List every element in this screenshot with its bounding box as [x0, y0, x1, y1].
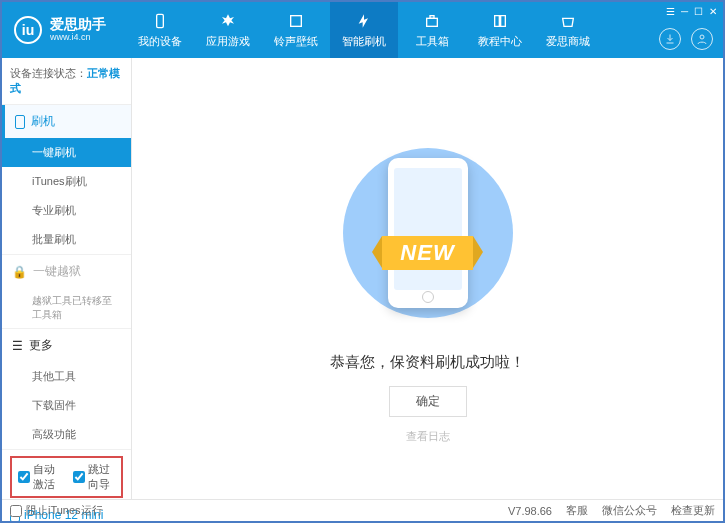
options-highlighted: 自动激活 跳过向导: [10, 456, 123, 498]
nav-ringtone[interactable]: 铃声壁纸: [262, 2, 330, 58]
nav-flash[interactable]: 智能刷机: [330, 2, 398, 58]
logo-icon: iu: [14, 16, 42, 44]
sidebar-flash-header[interactable]: 刷机: [2, 105, 131, 138]
sidebar-item-itunes[interactable]: iTunes刷机: [2, 167, 131, 196]
menu-icon: ☰: [12, 339, 23, 353]
svg-rect-3: [430, 15, 434, 18]
connection-status: 设备连接状态：正常模式: [2, 58, 131, 105]
phone-icon: [151, 12, 169, 30]
version-label: V7.98.66: [508, 505, 552, 517]
sidebar-item-oneclick[interactable]: 一键刷机: [2, 138, 131, 167]
store-icon: [559, 12, 577, 30]
confirm-button[interactable]: 确定: [389, 386, 467, 417]
app-title: 爱思助手: [50, 17, 106, 32]
success-illustration: NEW: [328, 133, 528, 333]
skip-guide-checkbox[interactable]: 跳过向导: [73, 462, 116, 492]
nav-apps[interactable]: 应用游戏: [194, 2, 262, 58]
lock-icon: 🔒: [12, 265, 27, 279]
wallpaper-icon: [287, 12, 305, 30]
service-link[interactable]: 客服: [566, 503, 588, 518]
nav-tutorial[interactable]: 教程中心: [466, 2, 534, 58]
auto-activate-checkbox[interactable]: 自动激活: [18, 462, 61, 492]
new-banner: NEW: [382, 236, 472, 270]
user-icon[interactable]: [691, 28, 713, 50]
maximize-icon[interactable]: ☐: [694, 6, 703, 17]
check-update-link[interactable]: 检查更新: [671, 503, 715, 518]
sidebar-item-other[interactable]: 其他工具: [2, 362, 131, 391]
toolbox-icon: [423, 12, 441, 30]
nav-my-device[interactable]: 我的设备: [126, 2, 194, 58]
sidebar-item-pro[interactable]: 专业刷机: [2, 196, 131, 225]
app-logo: iu 爱思助手 www.i4.cn: [2, 16, 118, 44]
title-bar: iu 爱思助手 www.i4.cn 我的设备 应用游戏 铃声壁纸 智能刷机 工具…: [2, 2, 723, 58]
block-itunes-checkbox[interactable]: 阻止iTunes运行: [10, 503, 103, 518]
sidebar-item-advanced[interactable]: 高级功能: [2, 420, 131, 449]
view-log-link[interactable]: 查看日志: [406, 429, 450, 444]
book-icon: [491, 12, 509, 30]
nav-toolbox[interactable]: 工具箱: [398, 2, 466, 58]
svg-rect-1: [291, 15, 302, 26]
download-icon[interactable]: [659, 28, 681, 50]
svg-rect-2: [427, 18, 438, 26]
main-content: NEW 恭喜您，保资料刷机成功啦！ 确定 查看日志: [132, 58, 723, 499]
jailbreak-note: 越狱工具已转移至工具箱: [2, 288, 131, 328]
sidebar-more-header[interactable]: ☰ 更多: [2, 329, 131, 362]
sidebar-item-batch[interactable]: 批量刷机: [2, 225, 131, 254]
device-icon: [15, 115, 25, 129]
sidebar: 设备连接状态：正常模式 刷机 一键刷机 iTunes刷机 专业刷机 批量刷机 🔒…: [2, 58, 132, 499]
sidebar-jailbreak-header[interactable]: 🔒 一键越狱: [2, 255, 131, 288]
sidebar-item-download[interactable]: 下载固件: [2, 391, 131, 420]
nav-store[interactable]: 爱思商城: [534, 2, 602, 58]
svg-point-4: [700, 35, 704, 39]
app-url: www.i4.cn: [50, 33, 106, 43]
apps-icon: [219, 12, 237, 30]
minimize-icon[interactable]: ─: [681, 6, 688, 17]
menu-icon[interactable]: ☰: [666, 6, 675, 17]
flash-icon: [355, 12, 373, 30]
wechat-link[interactable]: 微信公众号: [602, 503, 657, 518]
svg-rect-0: [157, 14, 164, 27]
close-icon[interactable]: ✕: [709, 6, 717, 17]
main-nav: 我的设备 应用游戏 铃声壁纸 智能刷机 工具箱 教程中心 爱思商城: [126, 2, 602, 58]
window-controls: ☰ ─ ☐ ✕: [666, 6, 717, 17]
success-message: 恭喜您，保资料刷机成功啦！: [330, 353, 525, 372]
